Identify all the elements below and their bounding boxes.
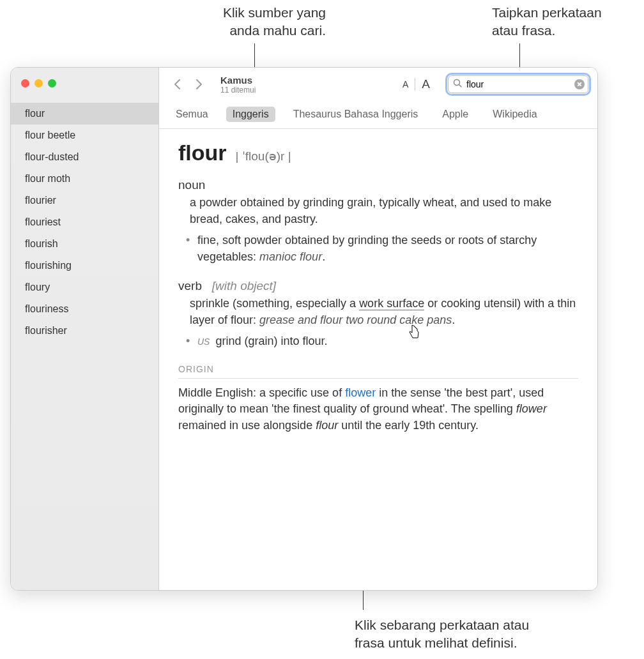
sidebar-item[interactable]: floury	[11, 276, 158, 298]
sidebar: flour flour beetle flour-dusted flour mo…	[11, 68, 159, 590]
pronunciation: | ˈflou(ə)r |	[236, 149, 291, 163]
subdef-text: fine, soft powder obtained by grinding t…	[197, 234, 537, 263]
close-button[interactable]	[21, 79, 29, 87]
subdef-text: grind (grain) into flour.	[215, 335, 327, 347]
origin-link[interactable]: flower	[345, 386, 376, 399]
pos-meta: [with object]	[205, 279, 276, 292]
pos-verb: verb [with object]	[178, 279, 578, 293]
tab-inggeris[interactable]: Inggeris	[226, 107, 275, 122]
trailing: .	[452, 314, 455, 326]
search-field-wrap	[448, 75, 588, 93]
sidebar-item[interactable]: flouriness	[11, 298, 158, 320]
region-label: US	[197, 337, 210, 347]
trailing: .	[322, 250, 325, 263]
tab-thesaurus[interactable]: Thesaurus Bahasa Inggeris	[287, 107, 425, 122]
origin-ital: flour	[316, 419, 338, 432]
sidebar-item[interactable]: flouriest	[11, 211, 158, 233]
definition-content: flour | ˈflou(ə)r | noun a powder obtain…	[159, 129, 597, 590]
minimize-button[interactable]	[34, 79, 43, 87]
pos-noun: noun	[178, 178, 578, 192]
sidebar-item[interactable]: flourier	[11, 190, 158, 211]
search-icon	[453, 79, 462, 90]
sidebar-item[interactable]: flourisher	[11, 320, 158, 342]
toolbar: Kamus 11 ditemui A A	[159, 68, 597, 101]
example-text: manioc flour	[259, 250, 322, 263]
tab-semua[interactable]: Semua	[169, 107, 215, 122]
tab-apple[interactable]: Apple	[436, 107, 475, 122]
sidebar-item[interactable]: flour moth	[11, 168, 158, 190]
text-size-group: A A	[396, 75, 436, 94]
definition-text: sprinkle (something, especially a work s…	[190, 296, 578, 328]
origin-text: Middle English: a specific use of flower…	[178, 385, 578, 434]
definition-text: a powder obtained by grinding grain, typ…	[190, 195, 578, 227]
window-controls	[21, 79, 56, 87]
results-count: 11 ditemui	[220, 86, 256, 95]
definition-block: sprinkle (something, especially a work s…	[178, 296, 578, 350]
clear-search-icon[interactable]	[574, 79, 585, 89]
example-text: grease and flour two round cake pans	[259, 314, 452, 326]
callout-search: Taipkan perkataan atau frasa.	[492, 4, 639, 40]
origin-part: until the early 19th century.	[338, 419, 479, 432]
forward-button[interactable]	[190, 75, 208, 93]
callout-click-word: Klik sebarang perkataan atau frasa untuk…	[355, 616, 623, 653]
text-larger-button[interactable]: A	[415, 75, 436, 94]
origin-ital: flower	[516, 402, 547, 415]
fullscreen-button[interactable]	[48, 79, 56, 87]
svg-line-1	[459, 85, 462, 87]
def-part: sprinkle (something, especially a	[190, 297, 359, 310]
tab-wikipedia[interactable]: Wikipedia	[486, 107, 543, 122]
title-block: Kamus 11 ditemui	[220, 75, 256, 95]
sub-definition: fine, soft powder obtained by grinding t…	[190, 232, 578, 265]
pos-label: noun	[178, 178, 205, 192]
main-panel: Kamus 11 ditemui A A Semua Inggeris Thes…	[159, 68, 597, 590]
sidebar-item[interactable]: flourish	[11, 233, 158, 255]
sub-definition: US grind (grain) into flour.	[190, 333, 578, 350]
back-button[interactable]	[168, 75, 186, 93]
callout-sources: Klik sumber yang anda mahu cari.	[179, 4, 326, 40]
pos-label: verb	[178, 279, 202, 292]
definition-block: a powder obtained by grinding grain, typ…	[178, 195, 578, 265]
search-input[interactable]	[448, 75, 588, 93]
origin-part: remained in use alongside	[178, 419, 316, 432]
sidebar-item[interactable]: flour-dusted	[11, 146, 158, 168]
origin-part: Middle English: a specific use of	[178, 386, 345, 399]
sidebar-item[interactable]: flour beetle	[11, 125, 158, 146]
window-title: Kamus	[220, 75, 256, 86]
linked-word[interactable]: work surface	[359, 297, 424, 310]
source-tabs: Semua Inggeris Thesaurus Bahasa Inggeris…	[159, 101, 597, 129]
origin-header: ORIGIN	[178, 364, 578, 379]
sidebar-item[interactable]: flourishing	[11, 255, 158, 276]
headword: flour	[178, 140, 227, 165]
dictionary-window: flour flour beetle flour-dusted flour mo…	[10, 67, 598, 591]
sidebar-item[interactable]: flour	[11, 103, 158, 125]
text-smaller-button[interactable]: A	[396, 77, 415, 92]
headword-row: flour | ˈflou(ə)r |	[178, 140, 578, 165]
